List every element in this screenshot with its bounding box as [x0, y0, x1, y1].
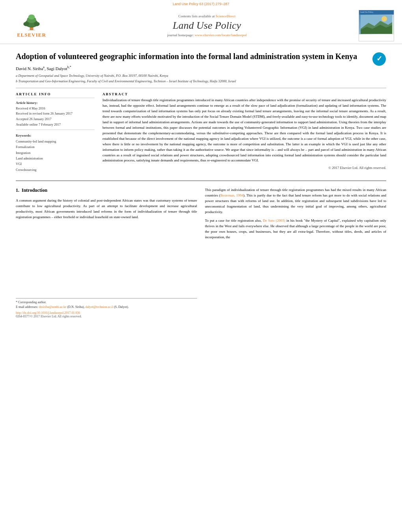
authors-line: David N. Siribaa, Sagi Dalyotb,* [16, 65, 386, 71]
section-divider [16, 180, 386, 181]
crossmark-svg: ✓ [372, 52, 386, 66]
elsevier-wordmark: ELSEVIER [17, 32, 46, 38]
section-heading-block: 1. Introduction [16, 187, 197, 196]
svg-text:✓: ✓ [376, 55, 382, 63]
copyright-line: © 2017 Elsevier Ltd. All rights reserved… [102, 166, 386, 170]
introduction-section: 1. Introduction A common argument during… [0, 185, 402, 320]
intro-left-col: 1. Introduction A common argument during… [16, 187, 197, 320]
email1-link[interactable]: dnsiriba@uonbi.ac.ke [39, 305, 67, 309]
svg-point-3 [28, 14, 35, 19]
abstract-label: ABSTRACT [102, 92, 386, 96]
keyword-4: Land administration [16, 156, 95, 161]
revised-row: Received in revised form 26 January 2017 [16, 111, 95, 117]
issn-text: 0264-8377/© 2017 Elsevier Ltd. All right… [16, 315, 82, 318]
keyword-2: Formalization [16, 144, 95, 150]
svg-point-11 [382, 16, 387, 22]
besteman-link[interactable]: Besteman, 1994 [220, 193, 244, 197]
homepage-line: journal homepage: www.elsevier.com/locat… [63, 33, 351, 37]
intro-para-2: This paradigm of individualization of te… [205, 187, 386, 215]
journal-title: Land Use Policy [63, 20, 351, 32]
intro-para-3: To put a case for title registration als… [205, 218, 386, 240]
keyword-5: VGI [16, 161, 95, 167]
crossmark-icon[interactable]: ✓ [372, 52, 386, 66]
svg-point-4 [23, 22, 29, 26]
elsevier-tree-icon [16, 13, 47, 31]
footnote-area: * Corresponding author. E-mail addresses… [16, 298, 197, 310]
cover-top: Land Use Policy [359, 10, 394, 15]
email2-name: (S. Dalyot). [114, 305, 129, 309]
accepted-row: Accepted 26 January 2017 [16, 117, 95, 122]
author2-sup: b,* [67, 65, 71, 69]
cover-landscape-icon [361, 15, 392, 34]
email-label: E-mail addresses: [16, 305, 38, 309]
article-info-label: ARTICLE INFO [16, 92, 95, 96]
section-number: 1. [16, 187, 19, 193]
corresponding-author-note: * Corresponding author. [16, 300, 197, 305]
keywords-label: Keywords: [16, 133, 95, 139]
desoto-link[interactable]: De Soto (2003) [263, 219, 285, 222]
right-column: ABSTRACT Individualization of tenure thr… [102, 92, 386, 172]
author1-sup: a [43, 65, 45, 69]
keyword-1: Community-led land mapping [16, 139, 95, 144]
history-label: Article history: [16, 100, 95, 106]
online-row: Available online 7 February 2017 [16, 122, 95, 128]
page: Land Use Policy 63 (2017) 279–287 ELSEVI… [0, 0, 402, 532]
journal-header: ELSEVIER Contents lists available at Sci… [0, 7, 402, 44]
keywords-title: Keywords: [16, 133, 32, 137]
email2-link[interactable]: dalyot@technion.ac.il [86, 305, 113, 309]
keyword-6: Crowdsourcing [16, 167, 95, 172]
keywords-block: Keywords: Community-led land mapping For… [16, 133, 95, 172]
affiliation-a: a Department of Geospatial and Space Tec… [16, 73, 386, 78]
article-area: ✓ Adoption of volunteered geographic inf… [0, 44, 402, 176]
sciencedirect-line: Contents lists available at ScienceDirec… [63, 14, 351, 18]
footer-doi: http://dx.doi.org/10.1016/j.landusepol.2… [16, 310, 197, 320]
keyword-3: Integration [16, 150, 95, 156]
svg-point-5 [34, 22, 39, 26]
homepage-link[interactable]: www.elsevier.com/locate/landusepol [195, 33, 247, 37]
received-row: Received 4 May 2016 [16, 106, 95, 111]
cover-image [359, 15, 394, 34]
article-info-abstract: ARTICLE INFO Article history: Received 4… [16, 92, 386, 172]
left-column: ARTICLE INFO Article history: Received 4… [16, 92, 95, 172]
author2-name: Sagi Dalyot [47, 66, 67, 71]
elsevier-logo: ELSEVIER [8, 12, 55, 39]
section-title: Introduction [22, 187, 47, 193]
email1-name: (D.N. Siriba), [67, 305, 85, 309]
doi-text[interactable]: Land Use Policy 63 (2017) 279–287 [173, 2, 229, 6]
article-title-block: ✓ Adoption of volunteered geographic inf… [16, 51, 386, 61]
sciencedirect-label: Contents lists available at [179, 14, 216, 18]
journal-cover: Land Use Policy [359, 10, 394, 41]
cover-title: Land Use Policy [360, 11, 393, 14]
doi-header: Land Use Policy 63 (2017) 279–287 [0, 0, 402, 7]
homepage-label: journal homepage: [167, 33, 194, 37]
abstract-text: Individualization of tenure through titl… [102, 98, 386, 163]
divider-1 [16, 88, 386, 88]
article-title: Adoption of volunteered geographic infor… [16, 51, 386, 61]
affiliation-b: b Transportation and Geo-Information Eng… [16, 79, 386, 84]
email-footnote: E-mail addresses: dnsiriba@uonbi.ac.ke (… [16, 305, 197, 310]
article-info-block: Article history: Received 4 May 2016 Rec… [16, 98, 95, 130]
intro-para-1: A common argument during the history of … [16, 198, 197, 220]
header-center: Contents lists available at ScienceDirec… [55, 14, 359, 37]
doi-link[interactable]: http://dx.doi.org/10.1016/j.landusepol.2… [16, 311, 80, 315]
intro-right-col: This paradigm of individualization of te… [205, 187, 386, 320]
history-title: Article history: [16, 101, 37, 105]
sciencedirect-link[interactable]: ScienceDirect [216, 14, 235, 18]
author1-name: David N. Siriba [16, 66, 43, 71]
